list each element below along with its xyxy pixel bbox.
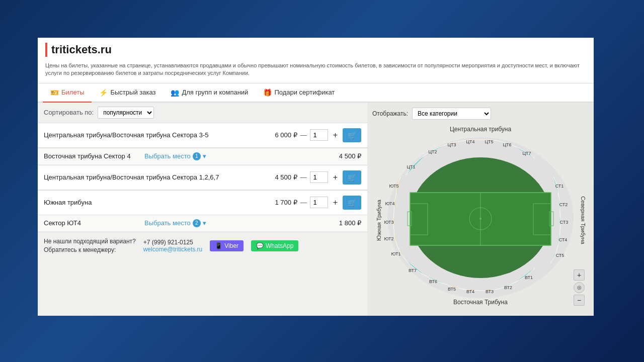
ticket-price-area-1: 6 000 ₽ — + 🛒: [275, 128, 362, 142]
ticket-price-4: 1 700 ₽: [275, 199, 297, 206]
whatsapp-button[interactable]: 💬 WhatsApp: [251, 240, 298, 251]
zoom-out-button[interactable]: −: [574, 295, 585, 306]
svg-text:ЮТ5: ЮТ5: [389, 184, 398, 189]
quantity-input-1[interactable]: [310, 129, 328, 141]
ticket-row-1: Центральная трибуна/Восточная трибуна Се…: [38, 123, 367, 148]
price-dash-1: —: [300, 131, 307, 139]
contact-email[interactable]: welcome@tritickets.ru: [143, 246, 203, 253]
logo-text: tritickets.ru: [51, 43, 112, 56]
tab-certificate[interactable]: 🎁 Подари сертификат: [256, 83, 342, 103]
top-label: Центральная трибуна: [450, 126, 512, 133]
sub-price-2: 4 500 ₽: [339, 152, 361, 160]
certificate-icon: 🎁: [263, 88, 272, 97]
ticket-price-area-3: 4 500 ₽ — + 🛒: [275, 170, 362, 185]
cart-button-4[interactable]: 🛒: [343, 196, 361, 210]
svg-text:СТ3: СТ3: [560, 220, 569, 225]
svg-text:ЦТ5: ЦТ5: [485, 139, 493, 144]
whatsapp-label: WhatsApp: [266, 242, 293, 249]
bottom-label: Восточная Трибуна: [453, 299, 508, 306]
sub-title-4: Сектор ЮТ4: [44, 219, 144, 227]
svg-text:ВТ4: ВТ4: [466, 289, 474, 294]
svg-text:ВТ2: ВТ2: [504, 285, 512, 290]
svg-text:ЦТ3: ЦТ3: [447, 142, 456, 147]
plus-button-1[interactable]: +: [331, 131, 340, 140]
ticket-section-3: Центральная трибуна/Восточная трибуна Се…: [38, 165, 367, 191]
quantity-input-4[interactable]: [310, 197, 328, 208]
viber-icon: 📱: [215, 242, 222, 249]
svg-text:ЦТ6: ЦТ6: [503, 142, 511, 147]
svg-text:СТ1: СТ1: [555, 184, 564, 189]
tab-quick-order[interactable]: ⚡ Быстрый заказ: [92, 83, 163, 103]
ticket-title-4: Южная трибуна: [44, 198, 275, 207]
tab-groups[interactable]: 👥 Для групп и компаний: [163, 83, 256, 103]
tab-tickets-label: Билеты: [61, 88, 84, 96]
filter-label: Отображать:: [372, 110, 408, 117]
svg-text:ЦТ1: ЦТ1: [407, 164, 415, 169]
stadium-svg: Центральная трибуна Восточная Трибуна Юж…: [375, 122, 586, 308]
place-badge-2: 1: [193, 152, 201, 160]
place-badge-4: 2: [193, 219, 201, 227]
left-label: Южная Трибуна: [376, 199, 382, 241]
sort-label: Сортировать по:: [44, 109, 94, 116]
svg-text:ЮТ1: ЮТ1: [391, 251, 400, 256]
filter-select[interactable]: Все категории Центральная трибуна Южная …: [412, 108, 491, 120]
quantity-input-3[interactable]: [310, 171, 328, 183]
ticket-sub-row-4: Сектор ЮТ4 Выбрать место 2 ▾ 1 800 ₽: [38, 215, 367, 232]
svg-text:ЦТ2: ЦТ2: [428, 149, 437, 154]
ticket-row-3: Центральная трибуна/Восточная трибуна Се…: [38, 165, 367, 190]
plus-button-3[interactable]: +: [331, 173, 340, 182]
tab-quick-order-label: Быстрый заказ: [110, 88, 155, 96]
contact-line2: Обратитесь к менеджеру:: [44, 246, 136, 254]
cart-button-3[interactable]: 🛒: [343, 170, 361, 185]
svg-text:СТ4: СТ4: [559, 237, 568, 242]
select-place-label-4: Выбрать место: [144, 219, 191, 227]
viber-label: Viber: [224, 242, 238, 249]
svg-text:ВТ7: ВТ7: [409, 268, 417, 273]
tab-groups-label: Для групп и компаний: [182, 88, 248, 96]
ticket-price-3: 4 500 ₽: [275, 173, 297, 181]
ticket-title-3: Центральная трибуна/Восточная трибуна Се…: [44, 173, 275, 182]
quick-order-icon: ⚡: [99, 88, 108, 97]
contact-details: +7 (999) 921-0125 welcome@tritickets.ru: [143, 239, 203, 253]
tab-tickets[interactable]: 🎫 Билеты: [43, 83, 92, 103]
ticket-row-4: Южная трибуна 1 700 ₽ — + 🛒: [38, 191, 367, 215]
price-dash-4: —: [300, 199, 307, 206]
stadium-panel: Отображать: Все категории Центральная тр…: [367, 103, 594, 316]
svg-text:ЦТ7: ЦТ7: [522, 151, 531, 156]
svg-text:ВТ1: ВТ1: [525, 275, 533, 280]
chevron-icon-4: ▾: [203, 219, 206, 227]
tab-bar: 🎫 Билеты ⚡ Быстрый заказ 👥 Для групп и к…: [38, 83, 594, 103]
zoom-reset-button[interactable]: ◎: [574, 282, 585, 293]
whatsapp-icon: 💬: [256, 242, 264, 249]
logo-bar: [45, 43, 47, 57]
viber-button[interactable]: 📱 Viber: [210, 240, 244, 251]
ticket-price-1: 6 000 ₽: [275, 131, 297, 139]
svg-text:СТ5: СТ5: [556, 253, 565, 258]
sub-title-2: Восточная трибуна Сектор 4: [44, 152, 144, 160]
groups-icon: 👥: [171, 88, 179, 97]
filter-row: Отображать: Все категории Центральная тр…: [372, 108, 589, 120]
sort-select[interactable]: популярности цене наличию: [98, 107, 154, 119]
center-dot: [479, 218, 481, 220]
right-label: Северная Трибуна: [580, 196, 586, 244]
svg-text:ВТ3: ВТ3: [486, 289, 494, 294]
contact-text: Не нашли подходящий вариант? Обратитесь …: [44, 237, 136, 254]
svg-text:ЮТ4: ЮТ4: [385, 201, 394, 206]
contact-row: Не нашли подходящий вариант? Обратитесь …: [38, 232, 367, 259]
svg-text:СТ2: СТ2: [559, 202, 568, 207]
contact-line1: Не нашли подходящий вариант?: [44, 237, 136, 246]
chevron-icon-2: ▾: [203, 152, 206, 160]
zoom-in-button[interactable]: +: [574, 269, 585, 281]
ticket-price-area-4: 1 700 ₽ — + 🛒: [275, 196, 362, 210]
sort-bar: Сортировать по: популярности цене наличи…: [38, 103, 367, 123]
tickets-icon: 🎫: [50, 88, 59, 97]
disclaimer-text: Цены на билеты, указанные на странице, у…: [45, 60, 586, 80]
cart-button-1[interactable]: 🛒: [343, 128, 361, 142]
tab-certificate-label: Подари сертификат: [274, 88, 335, 96]
select-place-btn-2[interactable]: Выбрать место 1 ▾: [144, 152, 206, 160]
select-place-btn-4[interactable]: Выбрать место 2 ▾: [144, 219, 206, 227]
svg-text:ВТ6: ВТ6: [429, 279, 437, 284]
plus-button-4[interactable]: +: [331, 198, 340, 207]
ticket-title-1: Центральная трибуна/Восточная трибуна Се…: [44, 131, 275, 140]
price-dash-3: —: [300, 173, 307, 181]
